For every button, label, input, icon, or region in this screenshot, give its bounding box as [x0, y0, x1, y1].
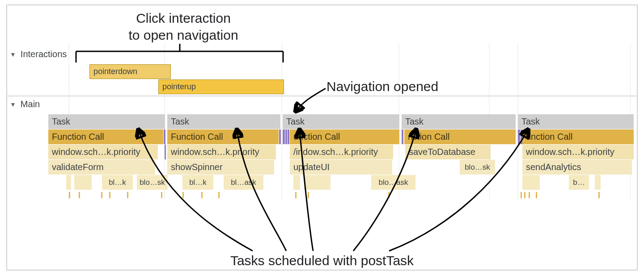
interaction-pointerup[interactable]: pointerup [158, 79, 284, 94]
lvl5-t1-a2[interactable] [74, 175, 92, 190]
lvl3-2[interactable]: window.sch…k.priority [167, 145, 276, 159]
interactions-track-header[interactable]: ▼ Interactions [10, 49, 67, 59]
lvl3-1[interactable]: window.sch…k.priority [48, 145, 158, 159]
row-level-3: window.sch…k.priority window.sch…k.prior… [48, 145, 638, 160]
lvl3-3[interactable]: /indow.sch…k.priority [290, 145, 394, 159]
purple-slice-4 [402, 129, 403, 144]
lvl5-t1-blosk[interactable]: blo…sk [137, 175, 168, 190]
interactions-lane: pointerdown pointerup [48, 64, 638, 95]
task-5[interactable]: Task [518, 114, 634, 129]
lvl5-t1-blk[interactable]: bl…k [102, 175, 133, 190]
lvl5-t2-blk[interactable]: bl…k [182, 175, 214, 190]
task-4[interactable]: Task [402, 114, 516, 129]
main-lane: Task Task Task Task Task Function Call F… [48, 114, 638, 190]
lvl4-validateForm[interactable]: validateForm [48, 160, 156, 175]
main-label: Main [21, 99, 40, 109]
lvl4-sendAnalytics[interactable]: sendAnalytics [522, 160, 632, 175]
fc-4[interactable]: nction Call [404, 129, 516, 144]
task-3[interactable]: Task [283, 114, 400, 129]
interactions-label: Interactions [21, 49, 67, 59]
lvl4-blosk[interactable]: blo…sk [460, 160, 496, 175]
task-2[interactable]: Task [167, 114, 281, 129]
purple-slice-3c [288, 129, 289, 144]
row-function-call: Function Call Function Call unction Call… [48, 129, 638, 145]
lvl5-t5-c[interactable] [595, 175, 601, 190]
lvl5-t5-a[interactable] [522, 175, 540, 190]
lvl5-t3-a[interactable] [293, 175, 301, 190]
lvl5-t3-b[interactable] [304, 175, 331, 190]
purple-slice-3a [283, 129, 285, 144]
lvl4-showSpinner[interactable]: showSpinner [167, 160, 275, 175]
fc-2[interactable]: Function Call [167, 129, 279, 144]
track-divider [6, 96, 638, 96]
lvl3-5[interactable]: window.sch…k.priority [522, 145, 634, 159]
annotation-tasks-posttask: Tasks scheduled with postTask [197, 252, 447, 269]
caret-down-icon: ▼ [10, 51, 16, 58]
interaction-pointerdown[interactable]: pointerdown [89, 64, 171, 79]
purple-slice-3b [285, 129, 287, 144]
lvl3-4-save[interactable]: saveToDatabase [405, 145, 491, 159]
caret-down-icon: ▼ [10, 101, 16, 108]
lvl4-updateUI[interactable]: updateUI [290, 160, 393, 175]
fc-5[interactable]: unction Call [522, 129, 634, 144]
lvl5-t1-a[interactable] [66, 175, 72, 190]
lvl5-t5-b[interactable]: b… [569, 175, 589, 190]
lvl5-t3-bloask[interactable]: blo…ask [371, 175, 416, 190]
purple-slice-1 [164, 129, 165, 144]
main-track-header[interactable]: ▼ Main [10, 99, 40, 109]
lvl5-t2-bldask[interactable]: bl…ask [224, 175, 264, 190]
purple-slice-2 [279, 129, 281, 144]
row-level-5: bl…k blo…sk bl…k bl…ask blo…ask b… [48, 175, 638, 190]
fc-1[interactable]: Function Call [48, 129, 164, 144]
row-level-4: validateForm showSpinner updateUI blo…sk… [48, 160, 638, 175]
purple-slice-5a [518, 129, 520, 144]
purple-lvl3-1 [165, 145, 166, 159]
row-task: Task Task Task Task Task [48, 114, 638, 129]
purple-slice-5b [521, 129, 522, 144]
tick-marks [48, 190, 638, 200]
fc-3[interactable]: unction Call [290, 129, 400, 144]
task-1[interactable]: Task [48, 114, 165, 129]
